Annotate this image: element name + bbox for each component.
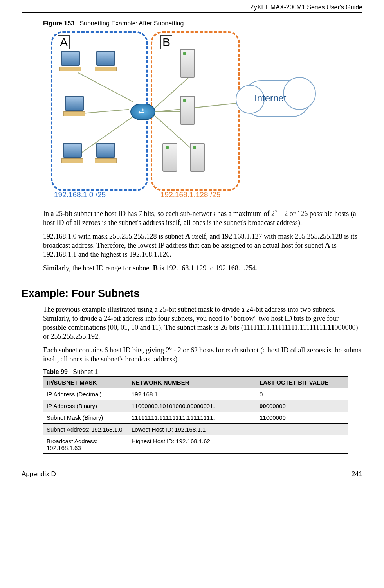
header-rule (22, 12, 362, 13)
cell: IP Address (Decimal) (43, 388, 128, 400)
cell: 11000000.10101000.00000001. (128, 400, 256, 412)
paragraph-3: Similarly, the host ID range for subnet … (43, 264, 362, 273)
cell: 192.168.1. (128, 388, 256, 400)
figure-caption-text: Subnetting Example: After Subnetting (79, 20, 184, 27)
subnet-table: IP/SUBNET MASK NETWORK NUMBER LAST OCTET… (43, 376, 348, 454)
subnet-b-ip: 192.168.1.128 /25 (160, 191, 220, 199)
pc-icon (94, 51, 117, 72)
server-icon (180, 49, 195, 78)
th-last-octet: LAST OCTET BIT VALUE (256, 377, 348, 388)
zone-b-label: B (160, 35, 172, 49)
paragraph-4: The previous example illustrated using a… (43, 305, 362, 341)
table-caption-text: Subnet 1 (73, 369, 98, 375)
zone-a-label: A (58, 35, 70, 49)
footer-appendix: Appendix D (22, 470, 56, 478)
figure-diagram: A B Internet (43, 29, 282, 205)
table-row: Broadcast Address: 192.168.1.63 Highest … (43, 435, 348, 454)
server-icon (162, 143, 177, 172)
section-heading: Example: Four Subnets (22, 288, 362, 300)
router-icon (130, 104, 155, 120)
paragraph-5: Each subnet contains 6 host ID bits, giv… (43, 346, 362, 364)
pc-icon (61, 143, 84, 164)
subnet-a-ip: 192.168.1.0 /25 (54, 191, 106, 199)
figure-caption: Figure 153 Subnetting Example: After Sub… (43, 20, 362, 27)
footer-page-number: 241 (352, 470, 362, 478)
table-row: IP Address (Binary) 11000000.10101000.00… (43, 400, 348, 412)
paragraph-2: 192.168.1.0 with mask 255.255.255.128 is… (43, 232, 362, 259)
table-header-row: IP/SUBNET MASK NETWORK NUMBER LAST OCTET… (43, 377, 348, 388)
pc-icon (63, 96, 86, 117)
cell: IP Address (Binary) (43, 400, 128, 412)
cell: Lowest Host ID: 192.168.1.1 (128, 424, 348, 435)
cell: Broadcast Address: 192.168.1.63 (43, 435, 128, 454)
cell: 11000000 (256, 412, 348, 424)
table-label: Table 99 (43, 369, 68, 375)
table-row: IP Address (Decimal) 192.168.1. 0 (43, 388, 348, 400)
table-row: Subnet Address: 192.168.1.0 Lowest Host … (43, 424, 348, 435)
table-caption: Table 99 Subnet 1 (43, 369, 362, 376)
th-ip-mask: IP/SUBNET MASK (43, 377, 128, 388)
cell: 00000000 (256, 400, 348, 412)
pc-icon (59, 51, 82, 72)
server-icon (190, 143, 205, 172)
page: ZyXEL MAX-200M1 Series User's Guide Figu… (0, 0, 384, 490)
th-network-number: NETWORK NUMBER (128, 377, 256, 388)
pc-icon (94, 143, 117, 164)
paragraph-1: In a 25-bit subnet the host ID has 7 bit… (43, 209, 362, 227)
cell: Highest Host ID: 192.168.1.62 (128, 435, 348, 454)
cell: Subnet Address: 192.168.1.0 (43, 424, 128, 435)
table-row: Subnet Mask (Binary) 11111111.11111111.1… (43, 412, 348, 424)
cell: Subnet Mask (Binary) (43, 412, 128, 424)
internet-cloud: Internet (243, 80, 309, 119)
figure-label: Figure 153 (43, 20, 74, 27)
cell: 0 (256, 388, 348, 400)
cell: 11111111.11111111.11111111. (128, 412, 256, 424)
header-guide-title: ZyXEL MAX-200M1 Series User's Guide (22, 4, 362, 12)
cloud-label: Internet (254, 93, 286, 104)
content-area: Figure 153 Subnetting Example: After Sub… (22, 20, 362, 454)
footer-rule (22, 468, 362, 468)
server-icon (180, 96, 195, 125)
footer: Appendix D 241 (22, 470, 362, 478)
